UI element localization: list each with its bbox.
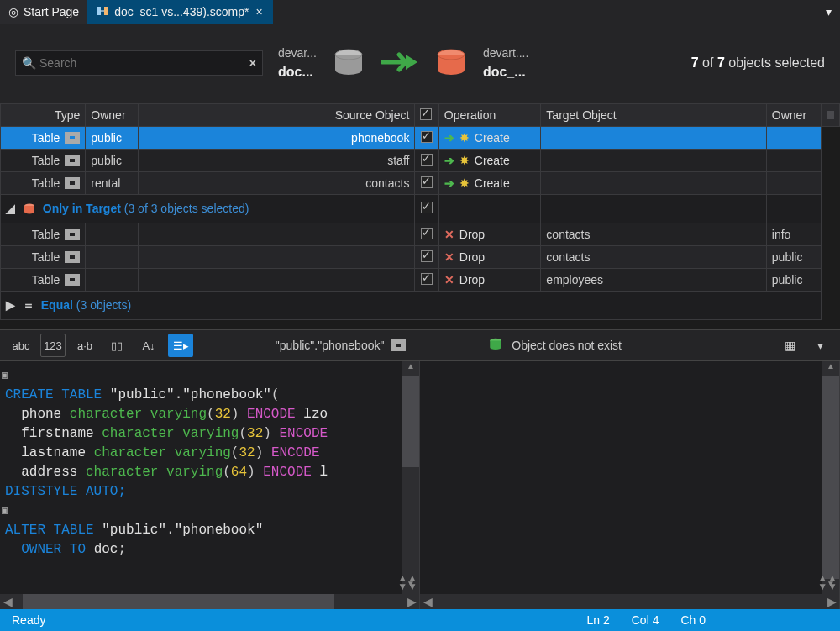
col-type[interactable]: Type [1, 104, 86, 127]
table-row[interactable]: Table public staff ➔✸Create [1, 150, 840, 172]
toggle-abc-button[interactable]: abc [8, 334, 34, 357]
status-ch: Ch 0 [680, 613, 706, 627]
compass-icon: ◎ [8, 5, 18, 18]
tab-label: Start Page [24, 5, 79, 18]
table-icon [65, 251, 80, 263]
target-horizontal-scrollbar[interactable]: ◀▶ [420, 594, 839, 609]
target-db-small-icon [488, 337, 503, 355]
db-small-icon [23, 202, 36, 216]
tab-label: doc_sc1 vs...439).scomp* [114, 5, 249, 18]
group-count: (3 objects) [76, 298, 131, 312]
col-owner2[interactable]: Owner [766, 104, 821, 127]
group-equal[interactable]: ▶ ＝ Equal (3 objects) [1, 292, 840, 320]
toggle-123-button[interactable]: 123 [40, 334, 66, 357]
group-checkbox[interactable] [421, 202, 433, 213]
create-asterisk-icon: ✸ [459, 176, 470, 190]
selected-count: 7 [691, 55, 699, 70]
source-db-info: devar... doc... [278, 46, 317, 80]
group-count: (3 of 3 objects selected) [124, 202, 249, 215]
compare-header: 🔍 × devar... doc... devart.... doc_... 7… [0, 24, 840, 103]
table-icon [65, 132, 80, 144]
sync-nav-arrows[interactable]: ▲▲▼▼ [817, 574, 837, 591]
group-label: Equal [41, 298, 73, 312]
toggle-sort-button[interactable]: A↓ [136, 334, 161, 357]
col-operation[interactable]: Operation [438, 104, 541, 127]
tab-overflow-button[interactable]: ▾ [817, 0, 840, 24]
total-count: 7 [717, 55, 725, 70]
diff-toolbar: abc 123 a∙b ▯▯ A↓ ☰▸ "public"."phonebook… [0, 329, 840, 361]
col-target[interactable]: Target Object [541, 104, 766, 127]
status-col: Col 4 [632, 613, 659, 627]
toggle-column-button[interactable]: ▯▯ [104, 334, 129, 357]
source-sql-code[interactable]: ▣CREATE TABLE "public"."phonebook"( phon… [0, 361, 402, 594]
tab-start-page[interactable]: ◎ Start Page [0, 0, 87, 24]
row-checkbox[interactable] [421, 228, 433, 239]
source-vertical-scrollbar[interactable]: ▲▼ [402, 361, 419, 594]
select-all-checkbox[interactable] [420, 108, 432, 120]
source-sql-pane: ▣CREATE TABLE "public"."phonebook"( phon… [0, 361, 420, 609]
status-ready: Ready [12, 613, 45, 627]
col-owner[interactable]: Owner [86, 104, 139, 127]
collapse-icon[interactable]: ◢ [6, 202, 14, 215]
expand-icon[interactable]: ▶ [6, 298, 14, 312]
toggle-ab-button[interactable]: a∙b [72, 334, 97, 357]
create-arrow-icon: ➔ [444, 131, 454, 145]
create-asterisk-icon: ✸ [459, 154, 470, 167]
equal-icon: ＝ [23, 298, 34, 312]
source-server-label: devar... [278, 46, 317, 60]
table-row[interactable]: Table public phonebook ➔✸Create [1, 127, 840, 150]
status-bar: Ready Ln 2 Col 4 Ch 0 [0, 609, 840, 631]
row-checkbox[interactable] [421, 273, 433, 285]
row-checkbox[interactable] [421, 131, 433, 143]
table-row[interactable]: Table ✕Drop employees public [1, 269, 840, 292]
search-field: 🔍 × [15, 50, 263, 76]
create-asterisk-icon: ✸ [459, 131, 470, 145]
create-arrow-icon: ➔ [444, 154, 454, 167]
view-mode-dropdown[interactable]: ▾ [808, 335, 832, 355]
toggle-outline-button[interactable]: ☰▸ [168, 334, 193, 357]
table-icon [65, 229, 80, 240]
source-db-icon [332, 48, 365, 78]
view-mode-button[interactable]: ▦ [778, 335, 801, 355]
source-object-label: "public"."phonebook" [276, 339, 385, 352]
source-db-label: doc... [278, 65, 317, 80]
svg-rect-0 [97, 7, 101, 15]
search-icon: 🔍 [22, 56, 36, 70]
tab-compare-doc[interactable]: doc_sc1 vs...439).scomp* × [87, 0, 272, 24]
row-checkbox[interactable] [421, 176, 433, 188]
sync-arrow-icon [381, 51, 419, 76]
target-status-label: Object does not exist [512, 339, 622, 352]
group-only-in-target[interactable]: ◢ Only in Target (3 of 3 objects selecte… [1, 195, 840, 223]
col-check[interactable] [415, 104, 438, 127]
source-horizontal-scrollbar[interactable]: ◀▶ [0, 594, 419, 609]
grid-scrollbar[interactable] [821, 104, 839, 127]
table-row[interactable]: Table ✕Drop contacts public [1, 246, 840, 269]
sync-nav-arrows[interactable]: ▲▲▼▼ [397, 574, 417, 591]
table-icon [391, 339, 406, 351]
create-arrow-icon: ➔ [444, 176, 454, 190]
table-icon [65, 274, 80, 286]
group-label: Only in Target [43, 202, 121, 215]
close-icon[interactable]: × [254, 5, 264, 18]
svg-rect-1 [104, 7, 108, 15]
selection-summary: 7 of 7 objects selected [691, 55, 825, 71]
target-sql-code[interactable] [420, 361, 822, 594]
clear-search-icon[interactable]: × [249, 56, 256, 70]
grid-header-row: Type Owner Source Object Operation Targe… [1, 104, 840, 127]
status-line: Ln 2 [586, 613, 609, 627]
target-vertical-scrollbar[interactable]: ▲▼ [822, 361, 839, 594]
drop-icon: ✕ [444, 228, 454, 241]
table-icon [65, 177, 80, 189]
table-icon [65, 155, 80, 166]
summary-suffix: objects selected [728, 55, 825, 70]
diff-panes: ▣CREATE TABLE "public"."phonebook"( phon… [0, 361, 840, 609]
target-db-icon [434, 48, 468, 78]
col-source[interactable]: Source Object [139, 104, 415, 127]
target-db-info: devart.... doc_... [483, 46, 528, 80]
row-checkbox[interactable] [421, 154, 433, 166]
table-row[interactable]: Table ✕Drop contacts info [1, 223, 840, 246]
row-checkbox[interactable] [421, 250, 433, 262]
search-input[interactable] [15, 50, 263, 76]
target-sql-pane: ▲▼ ▲▲▼▼ ◀▶ [420, 361, 840, 609]
table-row[interactable]: Table rental contacts ➔✸Create [1, 172, 840, 195]
